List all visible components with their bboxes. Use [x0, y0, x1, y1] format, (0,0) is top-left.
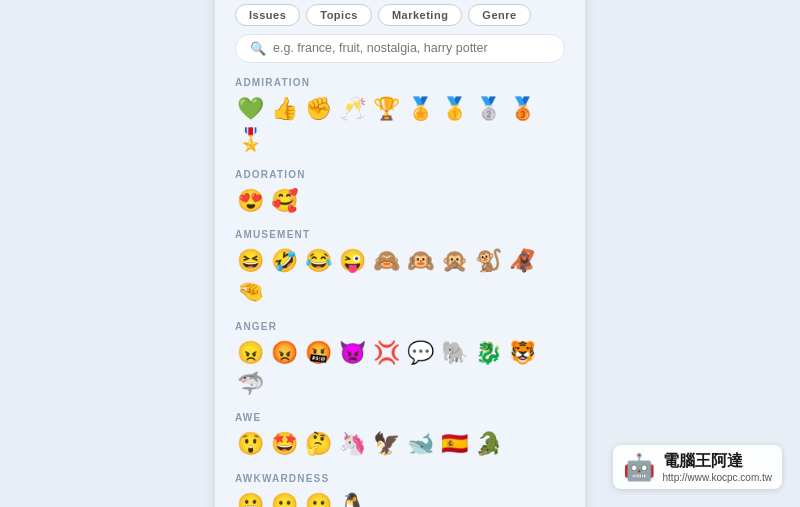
emoji[interactable]: 😆: [235, 247, 266, 275]
emoji[interactable]: 😲: [235, 430, 266, 458]
emoji[interactable]: 😬: [235, 491, 266, 507]
emoji[interactable]: 🤔: [303, 430, 334, 458]
emoji[interactable]: 🙉: [405, 247, 436, 275]
filter-genre[interactable]: Genre: [468, 4, 530, 26]
emoji[interactable]: 💬: [405, 339, 436, 367]
section-title-amusement: AMUSEMENT: [235, 229, 565, 240]
watermark-url: http://www.kocpc.com.tw: [663, 472, 772, 483]
filter-topics[interactable]: Topics: [306, 4, 372, 26]
emoji[interactable]: 🤬: [303, 339, 334, 367]
emoji[interactable]: 🎖️: [235, 126, 266, 154]
emoji[interactable]: 🥈: [473, 95, 504, 123]
emoji[interactable]: 💢: [371, 339, 402, 367]
emoji[interactable]: 🐯: [507, 339, 538, 367]
emoji[interactable]: 🦄: [337, 430, 368, 458]
watermark-title: 電腦王阿達: [663, 451, 772, 472]
section-adoration: ADORATION 😍 🥰: [235, 169, 565, 215]
section-awe: AWE 😲 🤩 🤔 🦄 🦅 🐋 🇪🇸 🐊: [235, 412, 565, 458]
emoji[interactable]: 🏅: [405, 95, 436, 123]
emoji[interactable]: 😂: [303, 247, 334, 275]
emoji-row-anger: 😠 😡 🤬 👿 💢 💬 🐘 🐉 🐯 🦈: [235, 339, 565, 399]
section-title-anger: ANGER: [235, 321, 565, 332]
emoji[interactable]: 🥉: [507, 95, 538, 123]
emoji-row-awkwardness: 😬 😶 😐 🐧: [235, 491, 565, 507]
section-admiration: ADMIRATION 💚 👍 ✊ 🥂 🏆 🏅 🥇 🥈 🥉 🎖️: [235, 77, 565, 155]
emoji[interactable]: 🤣: [269, 247, 300, 275]
search-icon: 🔍: [250, 41, 266, 56]
emoji[interactable]: 😐: [303, 491, 334, 507]
watermark: 🤖 電腦王阿達 http://www.kocpc.com.tw: [613, 445, 782, 489]
emoji[interactable]: 🥰: [269, 187, 300, 215]
main-panel: All Best Most Popular Emotions Issues To…: [215, 0, 585, 507]
emoji[interactable]: 😶: [269, 491, 300, 507]
section-title-awkwardness: AWKWARDNESS: [235, 473, 565, 484]
section-anger: ANGER 😠 😡 🤬 👿 💢 💬 🐘 🐉 🐯 🦈: [235, 321, 565, 399]
watermark-icon: 🤖: [623, 452, 655, 483]
emoji[interactable]: 😜: [337, 247, 368, 275]
section-title-adoration: ADORATION: [235, 169, 565, 180]
emoji[interactable]: 🥂: [337, 95, 368, 123]
emoji[interactable]: 🏆: [371, 95, 402, 123]
search-input[interactable]: [273, 41, 550, 55]
emoji[interactable]: 🐘: [439, 339, 470, 367]
section-awkwardness: AWKWARDNESS 😬 😶 😐 🐧: [235, 473, 565, 507]
emoji[interactable]: 🦧: [507, 247, 538, 275]
emoji[interactable]: 👍: [269, 95, 300, 123]
emoji[interactable]: ✊: [303, 95, 334, 123]
filter-issues[interactable]: Issues: [235, 4, 300, 26]
emoji[interactable]: 🐒: [473, 247, 504, 275]
emoji[interactable]: 😡: [269, 339, 300, 367]
emoji[interactable]: 🐊: [473, 430, 504, 458]
search-bar: 🔍: [235, 34, 565, 63]
emoji[interactable]: 😠: [235, 339, 266, 367]
emoji[interactable]: 🤏: [235, 278, 266, 306]
emoji[interactable]: 💚: [235, 95, 266, 123]
emoji[interactable]: 🐋: [405, 430, 436, 458]
emoji[interactable]: 🦈: [235, 370, 266, 398]
emoji[interactable]: 🐧: [337, 491, 368, 507]
emoji[interactable]: 🙊: [439, 247, 470, 275]
emoji[interactable]: 🤩: [269, 430, 300, 458]
emoji-row-amusement: 😆 🤣 😂 😜 🙈 🙉 🙊 🐒 🦧 🤏: [235, 247, 565, 307]
filter-marketing[interactable]: Marketing: [378, 4, 462, 26]
emoji[interactable]: 🙈: [371, 247, 402, 275]
emoji[interactable]: 👿: [337, 339, 368, 367]
emoji-row-awe: 😲 🤩 🤔 🦄 🦅 🐋 🇪🇸 🐊: [235, 430, 565, 458]
emoji[interactable]: 🇪🇸: [439, 430, 470, 458]
watermark-text-block: 電腦王阿達 http://www.kocpc.com.tw: [663, 451, 772, 483]
emoji-row-admiration: 💚 👍 ✊ 🥂 🏆 🏅 🥇 🥈 🥉 🎖️: [235, 95, 565, 155]
emoji[interactable]: 🐉: [473, 339, 504, 367]
emoji[interactable]: 🥇: [439, 95, 470, 123]
section-title-admiration: ADMIRATION: [235, 77, 565, 88]
emoji[interactable]: 😍: [235, 187, 266, 215]
emoji-row-adoration: 😍 🥰: [235, 187, 565, 215]
section-amusement: AMUSEMENT 😆 🤣 😂 😜 🙈 🙉 🙊 🐒 🦧 🤏: [235, 229, 565, 307]
emoji[interactable]: 🦅: [371, 430, 402, 458]
section-title-awe: AWE: [235, 412, 565, 423]
filter-row-2: Issues Topics Marketing Genre: [235, 4, 565, 26]
